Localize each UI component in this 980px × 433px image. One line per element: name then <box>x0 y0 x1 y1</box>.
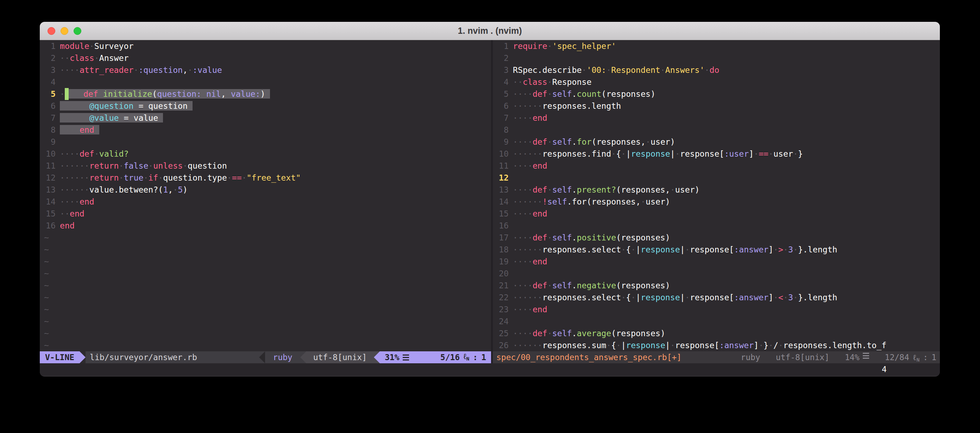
space-listchar: · <box>528 293 533 302</box>
line-number: 8 <box>493 124 513 136</box>
code-line[interactable]: 9····def·self.for(responses,·user) <box>493 136 940 148</box>
code-line[interactable]: 23····end <box>493 304 940 315</box>
code-line[interactable]: 13······value.between?(1,·5) <box>40 184 491 196</box>
code-line[interactable]: 5····def·initialize(question:·nil,·value… <box>40 88 491 100</box>
code-token: do <box>709 65 719 75</box>
space-listchar: · <box>547 185 552 194</box>
space-listchar: · <box>84 173 89 182</box>
space-listchar: · <box>768 341 773 350</box>
code-line[interactable]: 7······@value·=·value <box>40 112 491 124</box>
code-line[interactable]: 6······responses.length <box>493 100 940 112</box>
line-number: 8 <box>40 124 60 136</box>
code-token: self <box>552 233 572 242</box>
code-line[interactable]: 2 <box>493 52 940 64</box>
code-line[interactable]: 1module·Surveyor <box>40 40 491 52</box>
buffer-answer-rb[interactable]: 1module·Surveyor2··class·Answer3····attr… <box>40 40 491 351</box>
code-line[interactable]: 12 <box>493 172 940 184</box>
space-listchar: · <box>65 209 70 218</box>
code-line[interactable]: 11······return·false·unless·question <box>40 160 491 172</box>
line-number: 5 <box>493 88 513 100</box>
code-line[interactable]: 9 <box>40 136 491 148</box>
cursor-line-number: 12 <box>493 172 513 184</box>
space-listchar: · <box>523 137 528 146</box>
space-listchar: · <box>538 293 542 302</box>
terminal-window: 1. nvim . (nvim) 1module·Surveyor2··clas… <box>40 22 940 377</box>
code-line[interactable]: 14····end <box>40 196 491 208</box>
code-line[interactable]: 8 <box>493 124 940 136</box>
statusline-active: V-LINE lib/surveyor/answer.rb ruby utf-8… <box>40 351 491 363</box>
code-token: ···· <box>60 125 80 134</box>
code-token: ······ <box>60 161 89 170</box>
space-listchar: · <box>513 77 518 87</box>
line-number: 22 <box>493 291 513 304</box>
space-listchar: · <box>533 197 538 206</box>
code-token: def <box>533 233 547 242</box>
minimize-button[interactable] <box>60 27 68 35</box>
space-listchar: · <box>60 53 65 63</box>
code-line[interactable]: 22······responses.select·{·|response|·re… <box>493 291 940 304</box>
space-listchar: · <box>513 293 518 302</box>
code-line[interactable]: 5····def·self.count(responses) <box>493 88 940 100</box>
space-listchar: · <box>621 293 626 302</box>
space-listchar: · <box>65 185 70 194</box>
code-token: end <box>80 125 94 134</box>
code-token: (responses,·user) <box>591 137 675 146</box>
code-line[interactable]: 24 <box>493 315 940 327</box>
code-line[interactable]: 19····end <box>493 256 940 267</box>
code-line[interactable]: 8····end <box>40 124 491 136</box>
space-listchar: · <box>685 293 690 302</box>
code-line[interactable]: 12······return·true·if·question.type·==·… <box>40 172 491 184</box>
code-line[interactable]: 16 <box>493 220 940 232</box>
code-line[interactable]: 18······responses.select·{·|response|·re… <box>493 244 940 256</box>
command-line[interactable]: 4 <box>40 363 940 375</box>
code-line[interactable]: 20 <box>493 267 940 280</box>
code-line[interactable]: 25····def·self.average(responses) <box>493 327 940 339</box>
code-token: negative <box>577 280 616 290</box>
line-number: 9 <box>40 136 60 148</box>
code-token: ·question <box>183 161 227 170</box>
space-listchar: · <box>518 245 523 254</box>
space-listchar: · <box>70 173 75 182</box>
code-token: ]· <box>749 149 759 158</box>
code-line[interactable]: 17····def·self.positive(responses) <box>493 232 940 244</box>
space-listchar: · <box>528 256 533 266</box>
code-line[interactable]: 15····end <box>493 208 940 220</box>
code-line[interactable]: 16end <box>40 220 491 232</box>
filetype-label: ruby <box>265 351 300 363</box>
space-listchar: · <box>533 101 538 111</box>
code-line[interactable]: 7····end <box>493 112 940 124</box>
editor-pane-right[interactable]: 1require·'spec_helper'23RSpec.describe·'… <box>493 40 940 363</box>
line-number: 9 <box>493 136 513 148</box>
space-listchar: · <box>528 197 533 206</box>
close-button[interactable] <box>48 27 55 35</box>
code-line[interactable]: 10······responses.find·{·|response|·resp… <box>493 148 940 160</box>
space-listchar: · <box>513 256 518 266</box>
space-listchar: · <box>768 149 773 158</box>
code-line[interactable]: 26······responses.sum·{·|response|·respo… <box>493 339 940 351</box>
code-line[interactable]: 11····end <box>493 160 940 172</box>
window-titlebar[interactable]: 1. nvim . (nvim) <box>40 22 940 40</box>
code-line[interactable]: 3RSpec.describe·'00:·Respondent·Answers'… <box>493 64 940 76</box>
space-listchar: · <box>523 197 528 206</box>
code-token: RSpec.describe· <box>513 65 587 75</box>
line-number: 3 <box>40 64 60 76</box>
zoom-button[interactable] <box>73 27 81 35</box>
code-line[interactable]: 14······!self.for(responses,·user) <box>493 196 940 208</box>
buffer-spec-rb[interactable]: 1require·'spec_helper'23RSpec.describe·'… <box>493 40 940 351</box>
code-token: . <box>572 328 577 338</box>
code-line[interactable]: 4··class·Response <box>493 76 940 88</box>
code-token: ······responses.select·{·| <box>513 245 641 254</box>
code-line[interactable]: 2··class·Answer <box>40 52 491 64</box>
space-listchar: · <box>119 161 124 170</box>
code-line[interactable]: 15··end <box>40 208 491 220</box>
code-line[interactable]: 10····def·valid? <box>40 148 491 160</box>
code-line[interactable]: 1require·'spec_helper' <box>493 40 940 52</box>
editor-pane-left[interactable]: 1module·Surveyor2··class·Answer3····attr… <box>40 40 491 363</box>
code-line[interactable]: 4 <box>40 76 491 88</box>
code-line[interactable]: 21····def·self.negative(responses) <box>493 280 940 291</box>
code-line[interactable]: 13····def·self.present?(responses,·user) <box>493 184 940 196</box>
code-line[interactable]: 3····attr_reader·:question,·:value <box>40 64 491 76</box>
space-listchar: · <box>75 173 80 182</box>
code-line[interactable]: 6······@question·=·question <box>40 100 491 112</box>
space-listchar: · <box>631 293 636 302</box>
